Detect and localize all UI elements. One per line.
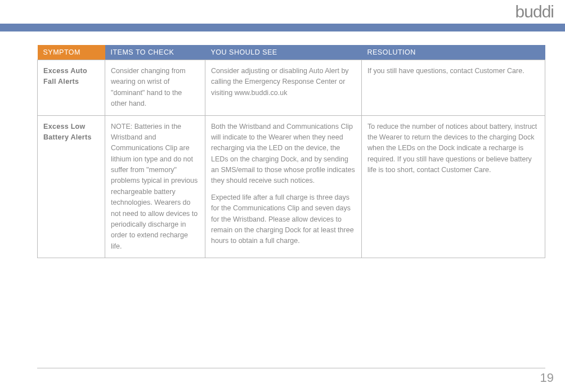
cell-symptom: Excess Low Battery Alerts [38, 115, 105, 258]
table-row: Excess Low Battery Alerts NOTE: Batterie… [38, 115, 545, 258]
content-area: SYMPTOM ITEMS TO CHECK YOU SHOULD SEE RE… [0, 31, 565, 258]
brand-logo: buddi [515, 2, 554, 21]
cell-see: Consider adjusting or disabling Auto Ale… [205, 60, 362, 116]
cell-see: Both the Wristband and Communications Cl… [205, 115, 362, 258]
top-bar: buddi [0, 0, 565, 24]
cell-symptom: Excess Auto Fall Alerts [38, 60, 105, 116]
header-symptom: SYMPTOM [38, 45, 105, 60]
header-see: YOU SHOULD SEE [205, 45, 362, 60]
cell-see-paragraph: Both the Wristband and Communications Cl… [211, 121, 356, 187]
header-resolution: RESOLUTION [362, 45, 545, 60]
page-number: 19 [540, 371, 554, 385]
cell-resolution: If you still have questions, contact Cus… [362, 60, 545, 116]
footer-divider [37, 368, 545, 368]
cell-items: NOTE: Batteries in the Wristband and Com… [105, 115, 205, 258]
troubleshooting-table: SYMPTOM ITEMS TO CHECK YOU SHOULD SEE RE… [37, 45, 545, 258]
header-strip [0, 24, 565, 31]
cell-resolution: To reduce the number of notices about ba… [362, 115, 545, 258]
header-items: ITEMS TO CHECK [105, 45, 205, 60]
cell-items: Consider changing from wearing on wrist … [105, 60, 205, 116]
cell-see-paragraph: Expected life after a full charge is thr… [211, 192, 356, 247]
table-row: Excess Auto Fall Alerts Consider changin… [38, 60, 545, 116]
